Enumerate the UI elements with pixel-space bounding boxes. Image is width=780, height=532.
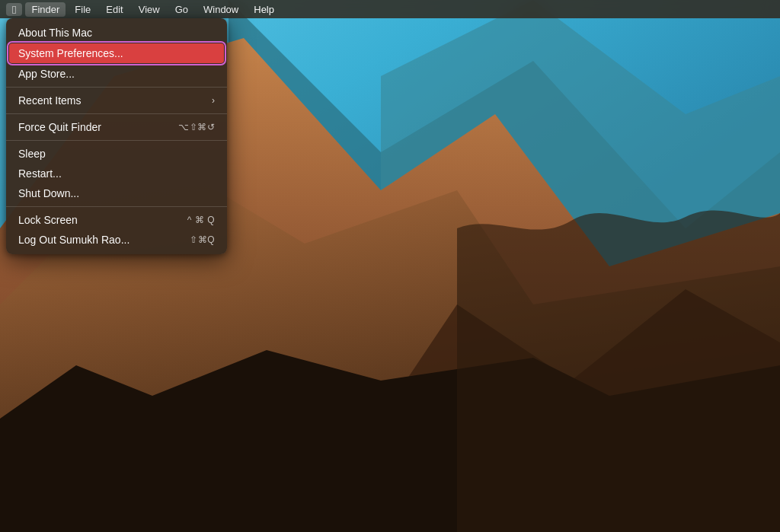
menubar-file[interactable]: File: [69, 2, 97, 17]
separator-2: [6, 113, 227, 114]
menu-item-system-preferences[interactable]: System Preferences...: [9, 43, 224, 63]
apple-menu-button[interactable]: : [6, 3, 22, 16]
separator-4: [6, 206, 227, 207]
menu-item-lock-screen-shortcut: ^ ⌘ Q: [187, 215, 215, 225]
menu-item-system-preferences-label: System Preferences...: [18, 47, 123, 59]
menubar-edit[interactable]: Edit: [100, 2, 129, 17]
separator-1: [6, 87, 227, 88]
menu-item-lock-screen[interactable]: Lock Screen ^ ⌘ Q: [6, 210, 227, 230]
menubar-window[interactable]: Window: [197, 2, 245, 17]
menu-item-about[interactable]: About This Mac: [6, 23, 227, 43]
menu-item-restart[interactable]: Restart...: [6, 164, 227, 183]
menu-item-restart-label: Restart...: [18, 167, 62, 180]
menu-item-force-quit-label: Force Quit Finder: [18, 121, 101, 133]
menu-item-logout-label: Log Out Sumukh Rao...: [18, 234, 129, 246]
menu-item-sleep[interactable]: Sleep: [6, 144, 227, 164]
menubar:  Finder File Edit View Go Window Help: [0, 0, 780, 18]
menu-item-sleep-label: Sleep: [18, 148, 46, 160]
separator-3: [6, 140, 227, 141]
menu-item-app-store[interactable]: App Store...: [6, 64, 227, 84]
menubar-view[interactable]: View: [133, 2, 166, 17]
menubar-go[interactable]: Go: [169, 2, 194, 17]
menu-item-logout[interactable]: Log Out Sumukh Rao... ⇧⌘Q: [6, 230, 227, 250]
apple-menu-dropdown: About This Mac System Preferences... App…: [6, 18, 227, 254]
menu-item-shutdown-label: Shut Down...: [18, 187, 79, 199]
menu-item-lock-screen-label: Lock Screen: [18, 214, 78, 226]
menubar-finder[interactable]: Finder: [25, 2, 66, 17]
menu-item-app-store-label: App Store...: [18, 68, 75, 80]
menu-item-force-quit[interactable]: Force Quit Finder ⌥⇧⌘↺: [6, 117, 227, 137]
chevron-right-icon: ›: [212, 95, 215, 106]
menu-item-logout-shortcut: ⇧⌘Q: [190, 234, 215, 245]
menu-item-recent-items[interactable]: Recent Items ›: [6, 91, 227, 110]
menu-item-force-quit-shortcut: ⌥⇧⌘↺: [178, 122, 215, 132]
menu-item-recent-items-label: Recent Items: [18, 94, 81, 107]
menu-item-shutdown[interactable]: Shut Down...: [6, 183, 227, 203]
menubar-help[interactable]: Help: [248, 2, 280, 17]
menu-item-about-label: About This Mac: [18, 27, 92, 39]
